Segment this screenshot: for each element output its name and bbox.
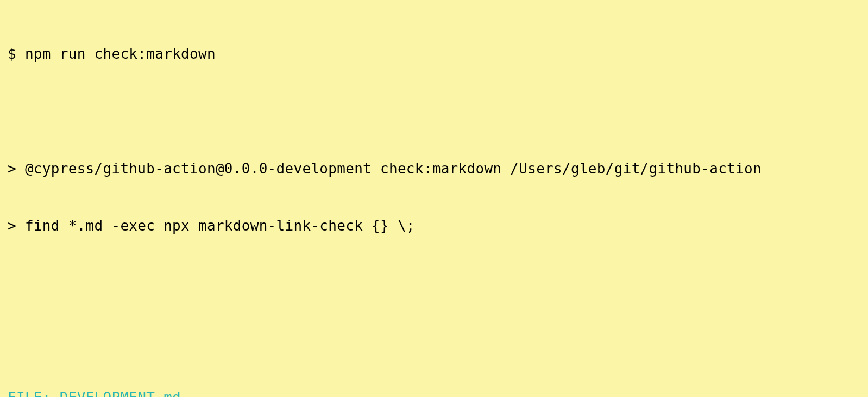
terminal-output: $ npm run check:markdown > @cypress/gith… bbox=[0, 7, 868, 397]
prompt-symbol: $ bbox=[8, 46, 25, 62]
blank-line bbox=[0, 331, 868, 350]
command-line[interactable]: $ npm run check:markdown bbox=[0, 45, 868, 64]
blank-line bbox=[0, 274, 868, 293]
script-output-line: > find *.md -exec npx markdown-link-chec… bbox=[0, 216, 868, 235]
script-output-line: > @cypress/github-action@0.0.0-developme… bbox=[0, 159, 868, 178]
blank-line bbox=[0, 102, 868, 121]
file-header: FILE: DEVELOPMENT.md bbox=[0, 388, 868, 397]
command-text: npm run check:markdown bbox=[25, 46, 216, 62]
